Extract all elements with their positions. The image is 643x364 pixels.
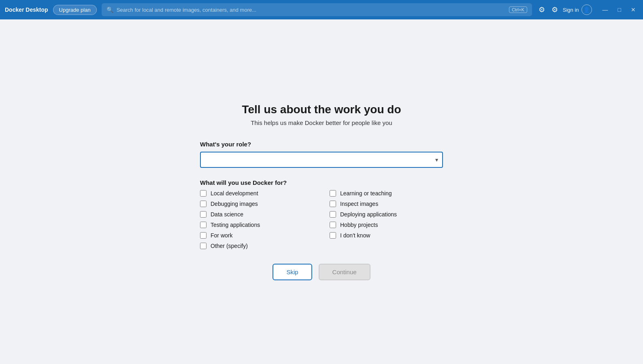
search-bar[interactable]: 🔍 Search for local and remote images, co…	[102, 3, 532, 16]
checkbox-testing-input[interactable]	[200, 222, 207, 228]
checkbox-debugging[interactable]: Debugging images	[200, 201, 313, 207]
search-shortcut-badge: Ctrl+K	[509, 6, 527, 13]
checkbox-inspect-label: Inspect images	[340, 201, 378, 207]
onboarding-form: Tell us about the work you do This helps…	[200, 103, 443, 280]
maximize-button[interactable]: □	[615, 6, 624, 14]
button-row: Skip Continue	[200, 264, 443, 280]
checkbox-debugging-label: Debugging images	[211, 201, 258, 207]
app-logo: Docker Desktop	[5, 6, 48, 13]
search-icon: 🔍	[106, 6, 113, 13]
checkbox-data-science-label: Data science	[211, 211, 243, 218]
role-section: What's your role? Developer DevOps Engin…	[200, 141, 443, 168]
checkbox-hobby[interactable]: Hobby projects	[330, 222, 443, 228]
checkbox-dont-know[interactable]: I don't know	[330, 232, 443, 239]
checkbox-testing[interactable]: Testing applications	[200, 222, 313, 228]
checkbox-learning-input[interactable]	[330, 190, 336, 197]
close-button[interactable]: ✕	[628, 6, 638, 14]
upgrade-plan-button[interactable]: Upgrade plan	[53, 5, 97, 15]
checkbox-hobby-label: Hobby projects	[340, 222, 378, 228]
checkbox-dont-know-label: I don't know	[340, 232, 370, 239]
signin-label: Sign in	[563, 7, 579, 13]
main-content: Tell us about the work you do This helps…	[0, 19, 643, 364]
extensions-icon[interactable]: ⚙	[537, 4, 547, 16]
checkbox-local-dev-label: Local development	[211, 190, 258, 197]
checkbox-dont-know-input[interactable]	[330, 232, 336, 239]
checkbox-local-dev[interactable]: Local development	[200, 190, 313, 197]
checkbox-local-dev-input[interactable]	[200, 190, 207, 197]
checkbox-other-label: Other (specify)	[211, 243, 248, 249]
role-label: What's your role?	[200, 141, 443, 148]
checkbox-learning-label: Learning or teaching	[340, 190, 392, 197]
checkbox-testing-label: Testing applications	[211, 222, 260, 228]
checkbox-grid: Local development Learning or teaching D…	[200, 190, 443, 249]
checkbox-hobby-input[interactable]	[330, 222, 336, 228]
titlebar: Docker Desktop Upgrade plan 🔍 Search for…	[0, 0, 643, 19]
checkbox-deploying-label: Deploying applications	[340, 211, 397, 218]
usage-label: What will you use Docker for?	[200, 179, 443, 186]
settings-icon[interactable]: ⚙	[550, 4, 560, 16]
checkbox-inspect-input[interactable]	[330, 201, 336, 207]
window-controls: — □ ✕	[600, 6, 638, 14]
checkbox-data-science[interactable]: Data science	[200, 211, 313, 218]
form-title: Tell us about the work you do	[200, 103, 443, 116]
search-placeholder-text: Search for local and remote images, cont…	[117, 7, 506, 13]
checkbox-other[interactable]: Other (specify)	[200, 243, 313, 249]
role-select[interactable]: Developer DevOps Engineer Data Scientist…	[200, 152, 443, 168]
avatar: 👤	[581, 4, 592, 15]
checkbox-inspect[interactable]: Inspect images	[330, 201, 443, 207]
form-subtitle: This helps us make Docker better for peo…	[200, 119, 443, 126]
checkbox-debugging-input[interactable]	[200, 201, 207, 207]
titlebar-right-actions: ⚙ ⚙ Sign in 👤	[537, 4, 592, 16]
checkbox-for-work[interactable]: For work	[200, 232, 313, 239]
usage-section: What will you use Docker for? Local deve…	[200, 179, 443, 249]
checkbox-deploying-input[interactable]	[330, 211, 336, 218]
role-select-wrapper: Developer DevOps Engineer Data Scientist…	[200, 152, 443, 168]
checkbox-deploying[interactable]: Deploying applications	[330, 211, 443, 218]
skip-button[interactable]: Skip	[273, 264, 312, 280]
checkbox-for-work-input[interactable]	[200, 232, 207, 239]
continue-button[interactable]: Continue	[319, 264, 370, 280]
checkbox-for-work-label: For work	[211, 232, 232, 239]
checkbox-learning[interactable]: Learning or teaching	[330, 190, 443, 197]
minimize-button[interactable]: —	[600, 6, 611, 14]
signin-button[interactable]: Sign in 👤	[563, 4, 592, 15]
checkbox-other-input[interactable]	[200, 243, 207, 249]
checkbox-data-science-input[interactable]	[200, 211, 207, 218]
